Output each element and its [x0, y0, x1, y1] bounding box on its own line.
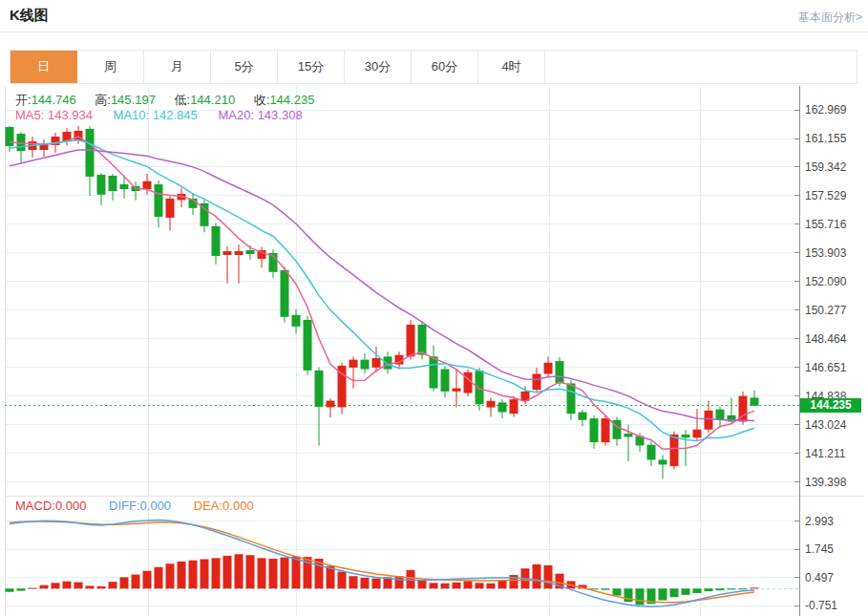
- ma10-label: MA10:: [114, 108, 150, 122]
- price-tick-label: 153.903: [805, 246, 864, 260]
- price-tick-label: 139.398: [805, 476, 864, 489]
- macd-legend: MACD:0.000 DIFF:0.000 DEA:0.000: [15, 499, 273, 513]
- price-tick-label: 159.342: [805, 160, 864, 174]
- candles-layer: [6, 126, 759, 479]
- dea-label: DEA:: [194, 499, 222, 513]
- last-price-value: 144.235: [810, 398, 851, 412]
- dea-value: 0.000: [222, 499, 254, 513]
- close-value: 144.235: [269, 93, 314, 107]
- ma20-line: [10, 150, 754, 421]
- ma-legend: MA5: 143.934 MA10: 142.845 MA20: 143.308: [15, 108, 320, 122]
- macd-label: MACD:: [15, 499, 55, 513]
- price-tick-label: 157.529: [805, 189, 864, 202]
- price-tick-label: 148.464: [805, 332, 864, 346]
- macd-value: 0.000: [55, 499, 87, 513]
- macd-tick-label: 0.497: [805, 571, 864, 584]
- ma20-value: 143.308: [258, 108, 303, 122]
- open-label: 开:: [15, 93, 32, 107]
- high-label: 高:: [95, 93, 111, 107]
- diff-label: DIFF:: [109, 499, 140, 513]
- ma5-line: [10, 137, 754, 449]
- high-value: 145.197: [111, 93, 156, 107]
- price-tick-label: 150.277: [805, 304, 864, 317]
- ma5-label: MA5:: [15, 108, 44, 122]
- macd-tick-label: -0.751: [805, 599, 864, 612]
- low-label: 低:: [175, 93, 191, 107]
- price-tick-label: 152.090: [805, 275, 864, 288]
- kline-page: K线图 基本面分析> 日 周 月 5分 15分 30分 60分 4时 开:144…: [0, 0, 868, 616]
- macd-tick-label: 1.745: [805, 542, 864, 556]
- price-tick-label: 155.716: [805, 218, 864, 231]
- close-label: 收:: [254, 93, 270, 107]
- low-value: 144.210: [190, 93, 235, 107]
- macd-histogram: [6, 554, 759, 605]
- ma5-value: 143.934: [48, 108, 93, 122]
- open-value: 144.746: [32, 93, 76, 107]
- price-tick-label: 162.969: [805, 103, 864, 117]
- price-tick-label: 141.211: [805, 447, 864, 460]
- last-price-tag: 144.235: [800, 398, 861, 413]
- ma10-value: 142.845: [153, 108, 198, 122]
- macd-tick-label: 2.993: [805, 515, 864, 528]
- price-tick-label: 146.651: [805, 361, 864, 374]
- diff-value: 0.000: [140, 499, 172, 513]
- ohlc-legend: 开:144.746 高:145.197 低:144.210 收:144.235: [15, 92, 329, 109]
- price-tick-label: 143.024: [805, 418, 864, 432]
- price-tick-label: 161.155: [805, 132, 864, 145]
- ma20-label: MA20:: [218, 108, 254, 122]
